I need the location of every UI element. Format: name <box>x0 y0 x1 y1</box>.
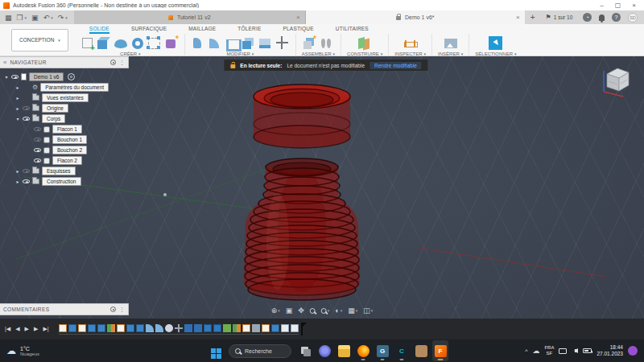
ribbon-tab-surfacique[interactable]: SURFACIQUE <box>131 26 167 34</box>
tree-item-label[interactable]: Origine <box>42 104 68 113</box>
visibility-eye-icon[interactable] <box>34 158 41 162</box>
panel-menu-icon[interactable]: ⋮ <box>119 306 125 313</box>
speaker-icon[interactable] <box>572 348 578 353</box>
visibility-eye-icon[interactable] <box>34 127 41 131</box>
visibility-eye-icon[interactable] <box>23 106 30 110</box>
timeline-feature-sweep[interactable] <box>223 324 231 332</box>
clock-widget[interactable]: 18:44 27.01.2023 <box>597 344 623 357</box>
tree-item-label[interactable]: Vues existantes <box>42 93 89 102</box>
expand-arrow-icon[interactable]: ▸ <box>15 168 20 174</box>
redo-icon[interactable]: ↷ <box>58 14 64 22</box>
ribbon-tab-solide[interactable]: SOLIDE <box>89 26 109 34</box>
pan-icon[interactable]: ✥ <box>298 306 304 315</box>
expand-arrow-icon[interactable]: ▸ <box>15 105 20 111</box>
chevron-down-icon[interactable]: ▾ <box>51 15 53 20</box>
expand-arrow-icon[interactable]: ▸ <box>15 84 20 90</box>
expand-arrow-icon[interactable]: ▸ <box>15 95 20 101</box>
display-icon[interactable] <box>559 348 567 354</box>
tree-item-label[interactable]: Demo 1 v6 <box>29 72 64 81</box>
combine-icon[interactable] <box>242 35 256 51</box>
pattern-icon[interactable] <box>147 35 162 51</box>
tree-item-label[interactable]: Paramètres du document <box>40 83 109 92</box>
language-indicator[interactable]: FRA SF <box>544 345 554 356</box>
battery-icon[interactable] <box>583 348 592 353</box>
ribbon-tab-tôlerie[interactable]: TÔLERIE <box>237 26 261 34</box>
timeline-feature-surface[interactable] <box>291 324 299 332</box>
timeline-feature-combine[interactable] <box>184 324 192 332</box>
navigator-header[interactable]: « NAVIGATEUR ⋮ <box>0 56 129 68</box>
timeline-feature-combine[interactable] <box>194 324 202 332</box>
create-sketch-icon[interactable] <box>82 35 94 51</box>
comments-header[interactable]: COMMENTAIRES ⋮ <box>0 303 129 315</box>
tree-item-flacon-2[interactable]: Flacon 2 <box>0 155 129 166</box>
timeline-feature-offset[interactable] <box>165 324 173 332</box>
visibility-eye-icon[interactable] <box>11 75 19 79</box>
collapse-panel-icon[interactable]: « <box>3 59 6 66</box>
tree-item-bouchon-1[interactable]: Bouchon 1 <box>0 134 129 145</box>
timeline-feature-move[interactable] <box>175 324 183 332</box>
timeline-feature-fillet[interactable] <box>146 324 154 332</box>
timeline-feature-extrude[interactable] <box>271 324 279 332</box>
undo-icon[interactable]: ↶ <box>43 14 50 22</box>
timeline-feature-extrude[interactable] <box>68 324 76 332</box>
timeline-feature-fillet[interactable] <box>155 324 163 332</box>
timeline-feature-project[interactable] <box>252 324 260 332</box>
tree-item-label[interactable]: Construction <box>42 177 81 186</box>
expand-arrow-icon[interactable]: ▾ <box>4 74 9 80</box>
taskbar-app-task-view[interactable] <box>297 340 313 361</box>
extrude-icon[interactable] <box>97 35 111 51</box>
expand-arrow-icon[interactable]: ▾ <box>15 116 20 121</box>
zoom-icon[interactable] <box>310 308 316 314</box>
tree-item-label[interactable]: Bouchon 2 <box>52 146 87 154</box>
close-tab-icon[interactable]: × <box>516 14 520 21</box>
user-avatar[interactable]: SD <box>628 13 638 23</box>
new-tab-button[interactable]: + <box>525 10 541 24</box>
ribbon-tab-utilitaires[interactable]: UTILITAIRES <box>336 26 369 34</box>
timeline-feature-sketch[interactable] <box>78 324 86 332</box>
timeline-feature-form[interactable] <box>233 324 241 332</box>
weather-widget[interactable]: ☁ 1°C Nuageux <box>0 345 39 356</box>
tree-item-construction[interactable]: ▸Construction <box>0 176 129 187</box>
step-back-icon[interactable]: ◀ <box>15 326 19 332</box>
measure-icon[interactable] <box>403 35 418 51</box>
ribbon-tab-maillage[interactable]: MAILLAGE <box>188 26 216 34</box>
revolve-icon[interactable] <box>130 35 145 51</box>
app-grid-icon[interactable]: ▦ <box>5 14 12 22</box>
activate-component-radio[interactable] <box>68 73 75 80</box>
taskbar-app-cura[interactable]: C <box>394 340 410 361</box>
tree-item-label[interactable]: Flacon 2 <box>52 156 82 165</box>
expand-arrow-icon[interactable]: ▸ <box>15 179 20 184</box>
timeline-feature-sketch[interactable] <box>59 324 67 332</box>
play-icon[interactable]: ▶ <box>25 326 29 332</box>
visibility-eye-icon[interactable] <box>23 169 30 173</box>
chevron-down-icon[interactable]: ▾ <box>65 15 68 20</box>
model-cap[interactable] <box>254 84 350 148</box>
onedrive-icon[interactable]: ☁ <box>532 347 539 355</box>
tree-item-label[interactable]: Esquisses <box>42 167 76 175</box>
timeline-feature-extrude[interactable] <box>126 324 134 332</box>
offset-face-icon[interactable] <box>258 35 273 51</box>
shell-icon[interactable] <box>225 35 239 51</box>
taskbar-app-firefox[interactable] <box>355 340 371 361</box>
close-tab-icon[interactable]: × <box>296 14 300 21</box>
tree-item-flacon-1[interactable]: Flacon 1 <box>0 124 129 134</box>
timeline-feature-extrude[interactable] <box>136 324 144 332</box>
help-icon[interactable]: ? <box>612 13 621 22</box>
move-icon[interactable] <box>275 35 290 51</box>
skip-start-icon[interactable]: |◀ <box>5 326 10 332</box>
joint-icon[interactable] <box>320 35 334 51</box>
view-cube[interactable] <box>599 64 634 100</box>
model-bottle[interactable] <box>244 158 360 300</box>
tree-item-label[interactable]: Flacon 1 <box>52 125 82 134</box>
timeline-feature-extrude[interactable] <box>88 324 96 332</box>
viewports-icon[interactable]: ◫▾ <box>363 306 373 315</box>
hidden-icons-chevron[interactable]: ^ <box>525 348 527 354</box>
document-counter[interactable]: ⚑ 1 sur 10 <box>541 10 578 24</box>
visibility-eye-icon[interactable] <box>34 138 41 142</box>
file-icon[interactable]: ❐ <box>17 14 23 22</box>
grid-settings-icon[interactable]: ▦▾ <box>348 306 357 315</box>
fit-icon[interactable]: ▾ <box>321 308 330 314</box>
search-box[interactable]: Recherche <box>229 344 291 358</box>
tab-demo-1[interactable]: Demo 1 v6* × <box>306 10 525 24</box>
make-editable-button[interactable]: Rendre modifiable <box>369 62 422 69</box>
